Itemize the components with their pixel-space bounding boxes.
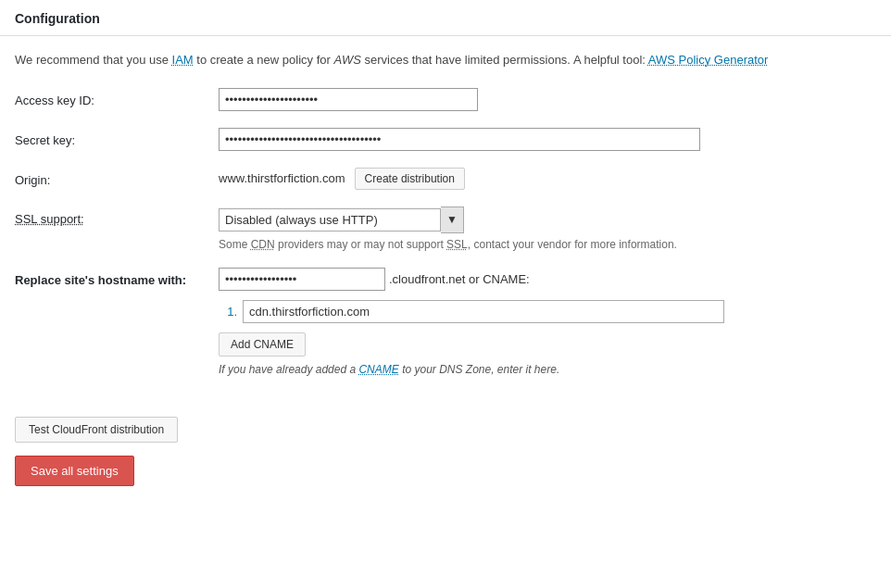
cname-note-before: If you have already added a bbox=[219, 363, 358, 376]
origin-field: www.thirstforfiction.com Create distribu… bbox=[219, 168, 876, 190]
ssl-support-row: SSL support: Disabled (always use HTTP) … bbox=[15, 206, 876, 251]
cname-note: If you have already added a CNAME to you… bbox=[219, 363, 559, 376]
rec-text-middle: to create a new policy for bbox=[194, 53, 334, 67]
cname-note-after: to your DNS Zone, enter it here. bbox=[399, 363, 559, 376]
cname-number: 1. bbox=[219, 305, 237, 319]
secret-key-input[interactable] bbox=[219, 128, 700, 151]
rec-text-after: services that have limited permissions. … bbox=[361, 53, 648, 67]
hostname-input[interactable] bbox=[219, 268, 385, 291]
bottom-section: Test CloudFront distribution Save all se… bbox=[0, 407, 891, 501]
ssl-dropdown-arrow[interactable]: ▼ bbox=[441, 206, 464, 233]
origin-row: Origin: www.thirstforfiction.com Create … bbox=[15, 168, 876, 190]
recommendation-text: We recommend that you use IAM to create … bbox=[15, 51, 876, 69]
content-area: We recommend that you use IAM to create … bbox=[0, 36, 891, 407]
create-distribution-button[interactable]: Create distribution bbox=[355, 168, 465, 190]
ssl-select-wrapper: Disabled (always use HTTP) ▼ bbox=[219, 206, 876, 233]
page-wrapper: Configuration We recommend that you use … bbox=[0, 0, 891, 588]
access-key-field bbox=[219, 88, 876, 111]
access-key-row: Access key ID: bbox=[15, 88, 876, 111]
hostname-label: Replace site's hostname with: bbox=[15, 268, 219, 287]
aws-text: AWS bbox=[333, 53, 360, 67]
access-key-label: Access key ID: bbox=[15, 88, 219, 107]
ssl-note-before: Some bbox=[219, 238, 251, 251]
cname-list: 1. bbox=[219, 300, 876, 323]
rec-text-before: We recommend that you use bbox=[15, 53, 172, 67]
origin-row-inner: www.thirstforfiction.com Create distribu… bbox=[219, 168, 876, 190]
aws-policy-generator-link[interactable]: AWS Policy Generator bbox=[648, 53, 769, 67]
hostname-suffix: .cloudfront.net or CNAME: bbox=[389, 272, 530, 286]
ssl-field: Disabled (always use HTTP) ▼ Some CDN pr… bbox=[219, 206, 876, 251]
secret-key-field bbox=[219, 128, 876, 151]
test-cloudfront-button[interactable]: Test CloudFront distribution bbox=[15, 417, 178, 443]
ssl-text: SSL bbox=[446, 238, 468, 251]
add-cname-button[interactable]: Add CNAME bbox=[219, 332, 306, 357]
ssl-note: Some CDN providers may or may not suppor… bbox=[219, 238, 876, 251]
ssl-label: SSL support: bbox=[15, 206, 219, 226]
section-title: Configuration bbox=[15, 11, 100, 26]
secret-key-row: Secret key: bbox=[15, 128, 876, 151]
origin-value: www.thirstforfiction.com bbox=[219, 171, 345, 185]
iam-link[interactable]: IAM bbox=[172, 53, 194, 67]
ssl-note-after: , contact your vendor for more informati… bbox=[468, 238, 677, 251]
cname-link[interactable]: CNAME bbox=[358, 363, 398, 376]
cname-input[interactable] bbox=[243, 300, 724, 323]
ssl-note-middle: providers may or may not support bbox=[275, 238, 446, 251]
access-key-input[interactable] bbox=[219, 88, 478, 111]
hostname-field-row: .cloudfront.net or CNAME: bbox=[219, 268, 876, 291]
cname-item: 1. bbox=[219, 300, 876, 323]
section-header: Configuration bbox=[0, 0, 891, 36]
ssl-select[interactable]: Disabled (always use HTTP) bbox=[219, 208, 441, 231]
save-all-settings-button[interactable]: Save all settings bbox=[15, 456, 134, 486]
hostname-row: Replace site's hostname with: .cloudfron… bbox=[15, 268, 876, 376]
origin-label: Origin: bbox=[15, 168, 219, 187]
hostname-field: .cloudfront.net or CNAME: 1. Add CNAME I… bbox=[219, 268, 876, 376]
secret-key-label: Secret key: bbox=[15, 128, 219, 147]
cdn-text: CDN bbox=[251, 238, 275, 251]
